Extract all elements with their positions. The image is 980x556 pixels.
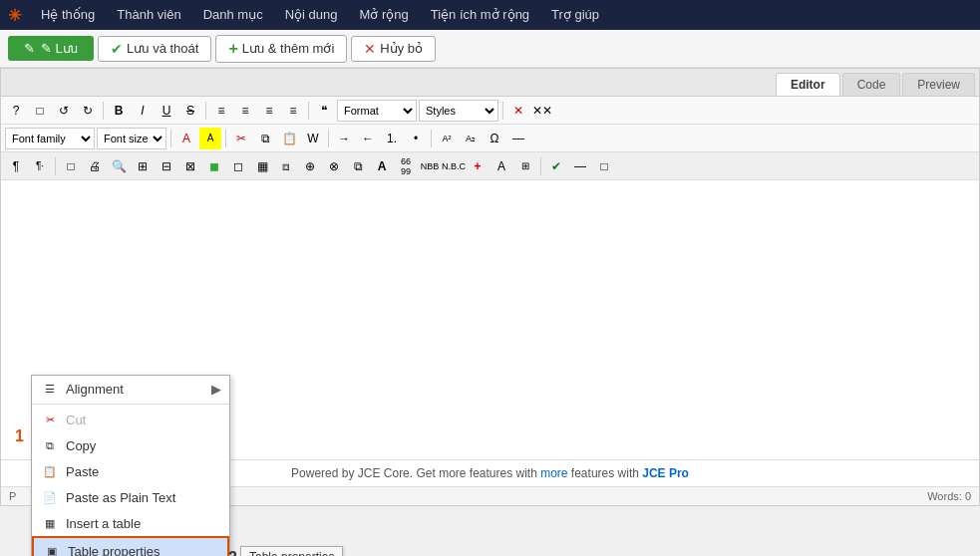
- context-menu: ☰ Alignment ▶ ✂ Cut ⧉ Copy 📋 Paste 📄 Pas…: [31, 375, 230, 556]
- ctx-table-properties[interactable]: ▣ Table properties: [32, 536, 229, 556]
- tb-extra5[interactable]: ▦: [251, 155, 273, 177]
- tb-extra9[interactable]: ⧉: [347, 155, 369, 177]
- format-select[interactable]: Format: [337, 100, 417, 122]
- sep-6: [225, 130, 226, 147]
- tb-extra10[interactable]: A: [371, 155, 393, 177]
- table-button[interactable]: ⊟: [156, 155, 177, 177]
- nav-item-morong[interactable]: Mở rộng: [349, 0, 418, 30]
- blockquote-button[interactable]: ❝: [313, 100, 335, 122]
- nav-item-trogiup[interactable]: Trợ giúp: [541, 0, 609, 30]
- jce-pro-label[interactable]: JCE Pro: [642, 466, 689, 480]
- check-icon: ✔: [111, 41, 123, 57]
- unordered-list-button[interactable]: •: [405, 128, 427, 149]
- undo-button[interactable]: ↺: [53, 100, 75, 122]
- tb-extra14[interactable]: +: [467, 155, 489, 177]
- toolbar-row-2: Font family Font size A A ✂ ⧉ 📋 W → ← 1.…: [1, 125, 979, 152]
- copy-icon: ⧉: [42, 437, 58, 453]
- indent-button[interactable]: →: [333, 128, 355, 149]
- tab-code[interactable]: Code: [842, 73, 901, 96]
- align-right-button[interactable]: ≡: [258, 100, 280, 122]
- tb-h-rule[interactable]: —: [569, 155, 591, 177]
- ctx-insert-table[interactable]: ▦ Insert a table: [32, 510, 229, 536]
- underline-button[interactable]: U: [156, 100, 177, 122]
- clear-format-button[interactable]: ✕: [507, 100, 529, 122]
- paste-icon: 📋: [42, 463, 58, 479]
- ctx-cut[interactable]: ✂ Cut: [32, 407, 229, 432]
- jce-more-link[interactable]: more: [540, 466, 567, 480]
- tb-extra4[interactable]: ◻: [227, 155, 249, 177]
- ctx-copy[interactable]: ⧉ Copy: [32, 432, 229, 458]
- tab-editor[interactable]: Editor: [776, 73, 840, 96]
- check-spell-button[interactable]: ✔: [545, 155, 567, 177]
- align-left-button[interactable]: ≡: [210, 100, 232, 122]
- save-exit-button[interactable]: ✔ Lưu và thoát: [98, 36, 211, 62]
- styles-select[interactable]: Styles: [419, 100, 498, 122]
- special-char-button[interactable]: Ω: [484, 128, 505, 149]
- editor-content-area[interactable]: 1 ☰ Alignment ▶ ✂ Cut ⧉ Copy 📋 Paste �: [1, 180, 979, 459]
- ctx-sep-1: [32, 404, 229, 405]
- nav-item-thanhvien[interactable]: Thành viên: [107, 0, 190, 30]
- font-color-button[interactable]: A: [175, 128, 197, 149]
- tb-extra6[interactable]: ⧈: [275, 155, 297, 177]
- font-size-select[interactable]: Font size: [97, 128, 166, 149]
- ctx-paste-plain[interactable]: 📄 Paste as Plain Text: [32, 484, 229, 510]
- help-button[interactable]: ?: [5, 100, 27, 122]
- copy-tb-button[interactable]: ⧉: [254, 128, 276, 149]
- find-button[interactable]: 🔍: [108, 155, 130, 177]
- tb-box1[interactable]: □: [593, 155, 615, 177]
- sep-8: [431, 130, 432, 147]
- print-button[interactable]: 🖨: [84, 155, 106, 177]
- paste-word-button[interactable]: W: [302, 128, 324, 149]
- italic-button[interactable]: I: [132, 100, 154, 122]
- tb-extra1[interactable]: ⊞: [132, 155, 154, 177]
- add-new-button[interactable]: + Lưu & thêm mới: [215, 35, 347, 63]
- toolbar-row-3: ¶ ¶· □ 🖨 🔍 ⊞ ⊟ ⊠ ◼ ◻ ▦ ⧈ ⊕ ⊗ ⧉ A 66 99 N…: [1, 152, 979, 180]
- para2-button[interactable]: ¶·: [29, 155, 51, 177]
- plus-icon: +: [228, 40, 237, 58]
- sup-button[interactable]: A²: [436, 128, 458, 149]
- tb-extra8[interactable]: ⊗: [323, 155, 345, 177]
- bold-button[interactable]: B: [108, 100, 130, 122]
- new-doc-button[interactable]: □: [29, 100, 51, 122]
- sep-2: [205, 102, 206, 120]
- top-navigation: ✳ Hệ thống Thành viên Danh mục Nội dung …: [0, 0, 980, 30]
- redo-button[interactable]: ↻: [77, 100, 99, 122]
- ctx-alignment[interactable]: ☰ Alignment ▶: [32, 376, 229, 402]
- strikethrough-button[interactable]: S: [179, 100, 201, 122]
- cut-tb-button[interactable]: ✂: [230, 128, 252, 149]
- save-icon: ✎: [24, 41, 35, 56]
- border-button[interactable]: □: [60, 155, 82, 177]
- editor-area: Editor Code Preview ? □ ↺ ↻ B I U S ≡ ≡ …: [0, 68, 980, 506]
- tb-extra2[interactable]: ⊠: [179, 155, 201, 177]
- nav-item-noidung[interactable]: Nội dung: [275, 0, 348, 30]
- ctx-paste[interactable]: 📋 Paste: [32, 458, 229, 484]
- outdent-button[interactable]: ←: [357, 128, 379, 149]
- tb-extra3[interactable]: ◼: [203, 155, 225, 177]
- sub-button[interactable]: A₂: [460, 128, 482, 149]
- ordered-list-button[interactable]: 1.: [381, 128, 403, 149]
- paste-tb-button[interactable]: 📋: [278, 128, 300, 149]
- paste-plain-icon: 📄: [42, 489, 58, 505]
- tb-extra15[interactable]: A: [490, 155, 512, 177]
- hr-button[interactable]: —: [507, 128, 529, 149]
- highlight-button[interactable]: A: [199, 128, 221, 149]
- tb-extra13[interactable]: N.B.C: [443, 155, 465, 177]
- tb-extra12[interactable]: NBB: [419, 155, 441, 177]
- paragraph-button[interactable]: ¶: [5, 155, 27, 177]
- tab-preview[interactable]: Preview: [902, 73, 975, 96]
- nav-item-hesystem[interactable]: Hệ thống: [31, 0, 105, 30]
- action-bar: ✎ ✎ Lưu ✔ Lưu và thoát + Lưu & thêm mới …: [0, 30, 980, 68]
- align-center-button[interactable]: ≡: [234, 100, 256, 122]
- font-family-select[interactable]: Font family: [5, 128, 95, 149]
- tb-extra7[interactable]: ⊕: [299, 155, 321, 177]
- save-button[interactable]: ✎ ✎ Lưu: [8, 36, 94, 61]
- clear-all-button[interactable]: ✕✕: [531, 100, 553, 122]
- nav-item-danhmuc[interactable]: Danh mục: [193, 0, 273, 30]
- cancel-button[interactable]: ✕ Hủy bỏ: [351, 36, 436, 62]
- alignment-icon: ☰: [42, 381, 58, 397]
- source-button[interactable]: ⊞: [514, 155, 536, 177]
- insert-table-icon: ▦: [42, 515, 58, 531]
- tb-extra11[interactable]: 66 99: [395, 155, 417, 177]
- align-justify-button[interactable]: ≡: [282, 100, 304, 122]
- nav-item-tienich[interactable]: Tiện ích mở rộng: [421, 0, 539, 30]
